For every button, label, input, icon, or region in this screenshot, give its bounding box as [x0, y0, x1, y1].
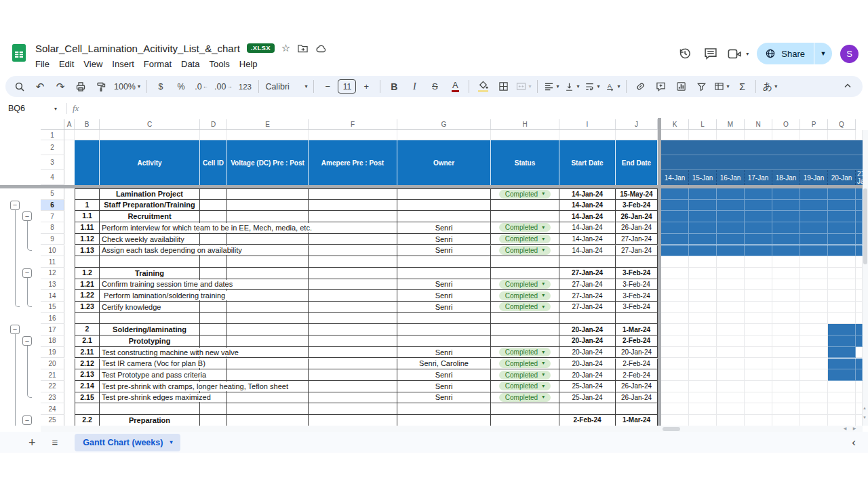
grid-cell[interactable]: 27-Jan-24 — [616, 234, 658, 245]
grid-cell[interactable] — [491, 313, 559, 325]
gantt-cell[interactable] — [689, 359, 717, 370]
gantt-cell[interactable] — [772, 369, 800, 381]
gantt-cell[interactable] — [828, 222, 856, 234]
gantt-cell[interactable] — [717, 279, 745, 291]
row-header-11[interactable]: 11 — [41, 256, 64, 268]
vertical-scrollbar-thumb[interactable] — [863, 188, 867, 264]
grid-cell[interactable]: 1.11 — [75, 222, 100, 234]
grid-cell[interactable]: 1 — [75, 200, 100, 211]
grid-cell[interactable]: 15-May-24 — [616, 188, 658, 200]
create-filter-icon[interactable] — [691, 79, 711, 95]
grid-cell[interactable]: 1.12 — [75, 234, 100, 245]
cloud-status-icon[interactable] — [315, 43, 328, 53]
gantt-cell[interactable] — [661, 268, 689, 279]
gantt-date-header[interactable]: 21-Jan — [856, 170, 863, 185]
gantt-cell[interactable] — [717, 222, 745, 234]
gantt-cell[interactable] — [745, 403, 772, 415]
grid-cell[interactable] — [309, 347, 397, 359]
group-collapse-button[interactable]: − — [22, 211, 32, 221]
grid-cell[interactable] — [75, 313, 100, 325]
gantt-cell[interactable] — [689, 245, 717, 257]
grid-cell[interactable]: 2-Feb-24 — [616, 369, 658, 381]
join-call-button[interactable]: ▾ — [728, 48, 749, 60]
grid-cell[interactable] — [397, 415, 491, 426]
column-header-D[interactable]: D — [200, 119, 227, 130]
grid-cell[interactable] — [397, 130, 491, 140]
name-box[interactable]: BQ6▾ — [0, 104, 61, 113]
grid-cell[interactable]: 3-Feb-24 — [616, 268, 658, 279]
grid-cell[interactable] — [200, 200, 227, 211]
grid-cell[interactable] — [227, 369, 309, 381]
grid-cell[interactable] — [100, 130, 200, 140]
grid-cell[interactable] — [200, 130, 227, 140]
menu-format[interactable]: Format — [139, 58, 176, 70]
gantt-cell[interactable] — [772, 234, 800, 245]
table-header-cell[interactable]: Activity — [100, 140, 200, 185]
gantt-cell[interactable] — [772, 302, 800, 313]
grid-cell[interactable]: Completed▾ — [491, 302, 559, 313]
column-header-F[interactable]: F — [309, 119, 397, 130]
grid-cell[interactable]: 27-Jan-24 — [559, 279, 616, 291]
gantt-cell[interactable] — [745, 200, 772, 211]
gantt-cell[interactable] — [745, 369, 772, 381]
gantt-cell[interactable] — [800, 392, 828, 404]
gantt-cell[interactable] — [800, 234, 828, 245]
grid-cell[interactable]: 25-Jan-24 — [559, 381, 616, 392]
status-pill-dropdown[interactable]: Completed▾ — [499, 291, 551, 300]
gantt-cell[interactable] — [689, 381, 717, 392]
grid-cell[interactable] — [200, 302, 227, 313]
gantt-cell[interactable] — [828, 256, 856, 268]
grid-cell[interactable] — [227, 130, 309, 140]
grid-cell[interactable]: 3-Feb-24 — [616, 302, 658, 313]
grid-cell[interactable]: 2.1 — [75, 336, 100, 347]
grid-cell[interactable]: Test constructing machine with new valve — [100, 347, 200, 359]
gantt-cell[interactable] — [745, 313, 772, 325]
gantt-cell[interactable] — [828, 279, 856, 291]
row-header-18[interactable]: 18 — [41, 336, 64, 347]
gantt-cell[interactable] — [717, 415, 745, 426]
gantt-cell[interactable] — [717, 200, 745, 211]
grid-cell[interactable] — [75, 130, 100, 140]
gantt-date-header[interactable]: 15-Jan — [689, 170, 717, 185]
grid-cell[interactable]: Completed▾ — [491, 222, 559, 234]
grid-cell[interactable] — [309, 245, 397, 257]
grid-cell[interactable] — [227, 211, 309, 222]
gantt-date-header[interactable]: 16-Jan — [717, 170, 745, 185]
gantt-cell[interactable] — [856, 256, 863, 268]
grid-cell[interactable] — [100, 403, 200, 415]
grid-cell[interactable] — [397, 211, 491, 222]
gantt-date-header[interactable]: 19-Jan — [800, 170, 828, 185]
menu-help[interactable]: Help — [235, 58, 262, 70]
add-sheet-button[interactable]: + — [28, 436, 36, 449]
gantt-cell[interactable] — [717, 234, 745, 245]
gantt-cell[interactable] — [828, 324, 856, 336]
grid-cell[interactable]: 2-Feb-24 — [616, 359, 658, 370]
grid-cell[interactable] — [491, 130, 559, 140]
group-collapse-button[interactable]: − — [22, 415, 32, 425]
gantt-cell[interactable] — [856, 268, 863, 279]
grid-cell[interactable]: 14-Jan-24 — [559, 222, 616, 234]
grid-cell[interactable] — [309, 324, 397, 336]
grid-cell[interactable]: 27-Jan-24 — [559, 290, 616, 302]
grid-cell[interactable] — [397, 188, 491, 200]
grid-cell[interactable]: 1.2 — [75, 268, 100, 279]
grid-cell[interactable] — [309, 222, 397, 234]
grid-cell[interactable] — [491, 211, 559, 222]
gantt-cell[interactable] — [772, 415, 800, 426]
gantt-cell[interactable] — [745, 188, 772, 200]
grid-cell[interactable]: Senri — [397, 369, 491, 381]
grid-cell[interactable]: 2-Feb-24 — [616, 336, 658, 347]
grid-cell[interactable]: Senri — [397, 347, 491, 359]
grid-cell[interactable] — [491, 336, 559, 347]
gantt-cell[interactable] — [745, 222, 772, 234]
table-header-cell[interactable]: Amepere Pre : Post — [309, 140, 397, 185]
borders-button[interactable] — [493, 79, 513, 95]
grid-cell[interactable] — [227, 324, 309, 336]
grid-cell[interactable]: 2.14 — [75, 381, 100, 392]
gantt-cell[interactable] — [828, 347, 856, 359]
star-icon[interactable]: ☆ — [281, 42, 290, 54]
gantt-cell[interactable] — [689, 279, 717, 291]
gantt-cell[interactable] — [772, 290, 800, 302]
gantt-cell[interactable] — [828, 359, 856, 370]
gantt-cell[interactable] — [828, 336, 856, 347]
